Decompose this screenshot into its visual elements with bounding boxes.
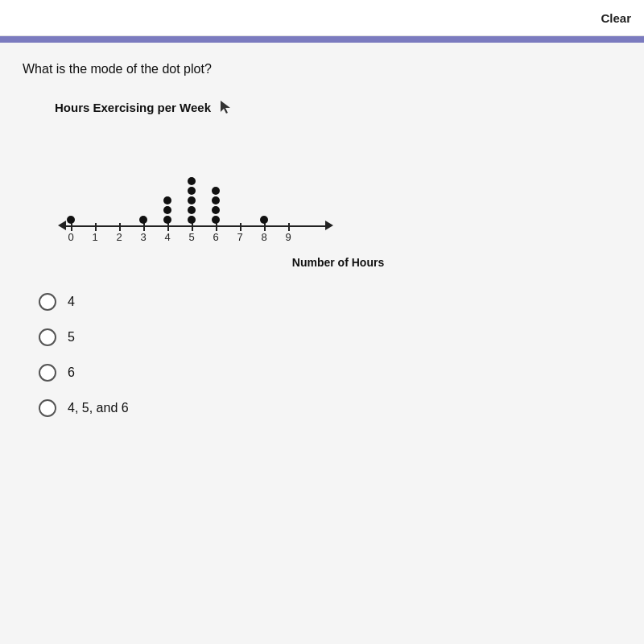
tick-2 — [119, 223, 121, 231]
label-8: 8 — [261, 231, 266, 243]
option-d[interactable]: 4, 5, and 6 — [39, 399, 621, 417]
option-d-label: 4, 5, and 6 — [68, 401, 129, 415]
dot-5-2 — [188, 206, 196, 214]
chart-title: Hours Exercising per Week — [55, 99, 621, 116]
dot-4-1 — [163, 216, 171, 224]
dot-4-2 — [163, 206, 171, 214]
main-content: What is the mode of the dot plot? Hours … — [0, 43, 644, 644]
label-0: 0 — [68, 231, 73, 243]
dot-5-3 — [188, 196, 196, 204]
option-b[interactable]: 5 — [39, 328, 621, 346]
dot-3-1 — [139, 216, 147, 224]
clear-button[interactable]: Clear — [601, 11, 631, 25]
tick-4 — [167, 223, 169, 231]
label-7: 7 — [237, 231, 242, 243]
radio-d[interactable] — [39, 399, 56, 417]
dot-5-5 — [188, 177, 196, 185]
x-axis-title: Number of Hours — [55, 256, 621, 269]
tick-7 — [240, 223, 242, 231]
dot-6-4 — [212, 187, 220, 195]
dot-plot: 0 1 2 3 4 5 6 7 8 9 — [55, 122, 328, 251]
dot-6-2 — [212, 206, 220, 214]
tick-8 — [264, 223, 266, 231]
top-bar: Clear — [0, 0, 644, 36]
dot-6-3 — [212, 196, 220, 204]
dot-5-1 — [188, 216, 196, 224]
option-a-label: 4 — [68, 295, 75, 309]
tick-3 — [143, 223, 145, 231]
question-text: What is the mode of the dot plot? — [23, 62, 621, 76]
chart-title-text: Hours Exercising per Week — [55, 101, 211, 114]
radio-b[interactable] — [39, 328, 56, 346]
option-b-label: 5 — [68, 330, 75, 345]
label-6: 6 — [213, 231, 218, 243]
tick-1 — [95, 223, 97, 231]
dot-4-3 — [163, 196, 171, 204]
option-a[interactable]: 4 — [39, 293, 621, 311]
accent-bar — [0, 36, 644, 43]
svg-marker-0 — [221, 101, 230, 114]
dot-8-1 — [260, 216, 268, 224]
dot-0-1 — [67, 216, 75, 224]
label-2: 2 — [116, 231, 122, 243]
label-1: 1 — [92, 231, 97, 243]
label-5: 5 — [188, 231, 194, 243]
tick-0 — [71, 223, 72, 231]
tick-9 — [288, 223, 290, 231]
radio-c[interactable] — [39, 364, 56, 382]
tick-6 — [216, 223, 217, 231]
answer-options: 4 5 6 4, 5, and 6 — [39, 293, 621, 417]
label-3: 3 — [140, 231, 146, 243]
option-c-label: 6 — [68, 365, 75, 380]
cursor-icon — [219, 99, 230, 116]
radio-a[interactable] — [39, 293, 56, 311]
option-c[interactable]: 6 — [39, 364, 621, 382]
label-4: 4 — [164, 231, 170, 243]
label-9: 9 — [285, 231, 291, 243]
dot-plot-container: Hours Exercising per Week 0 1 2 3 — [55, 99, 621, 269]
dot-6-1 — [212, 216, 220, 224]
tick-5 — [192, 223, 193, 231]
axis-arrow-right — [325, 221, 333, 230]
dot-5-4 — [188, 187, 196, 195]
